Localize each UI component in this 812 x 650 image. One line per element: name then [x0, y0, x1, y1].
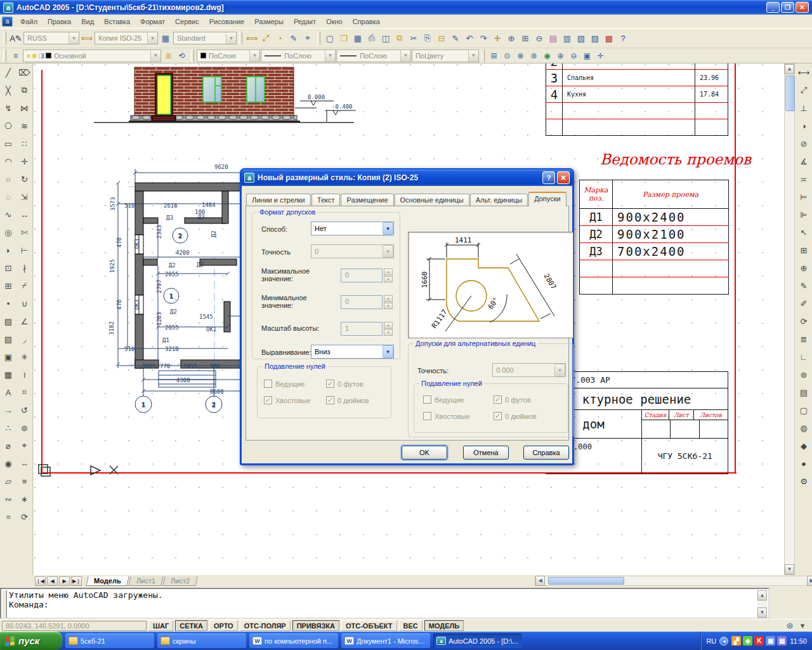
polyline-edit-icon[interactable]: ≀ — [17, 366, 32, 383]
render-icon[interactable]: ◆ — [796, 437, 811, 454]
make-block-icon[interactable]: ⊞ — [1, 277, 16, 295]
dim-continue-icon[interactable]: ⊫ — [796, 206, 811, 223]
feet-checkbox[interactable]: ✓0 футов — [326, 380, 363, 388]
ellipse-icon[interactable]: ◎ — [1, 223, 16, 241]
chevron-down-icon[interactable]: ▼ — [400, 50, 410, 62]
help-icon[interactable]: ? — [616, 31, 630, 45]
alt-precision-combo[interactable]: 0.000▼ — [492, 363, 566, 377]
zoom-previous-icon[interactable]: ⊖ — [532, 31, 546, 45]
scale-icon[interactable]: ⇲ — [17, 188, 32, 206]
ucs-icon[interactable]: ⌖ — [17, 437, 32, 454]
dim-radius-icon[interactable]: ◔ — [273, 31, 287, 45]
prev-tab-icon[interactable]: ◀ — [47, 576, 58, 586]
plot-style-combo[interactable]: ПоЦвету▼ — [412, 50, 479, 62]
quick-dimension-icon[interactable]: ✎ — [287, 31, 301, 45]
copy-icon[interactable]: ⎘ — [421, 31, 435, 45]
method-combo[interactable]: Нет▼ — [311, 222, 394, 235]
toggle-МОДЕЛЬ[interactable]: МОДЕЛЬ — [424, 620, 464, 631]
help-button[interactable]: Справка — [523, 446, 569, 460]
dim-radius-icon[interactable]: ◑ — [796, 117, 811, 135]
scrollbar-thumb[interactable] — [785, 76, 795, 111]
align-icon[interactable]: ⌗ — [17, 383, 32, 401]
restore-button[interactable]: ❐ — [781, 2, 794, 13]
ellipse-arc-icon[interactable]: ◗ — [1, 241, 16, 259]
undo-icon[interactable]: ↶ — [462, 31, 476, 45]
autocad-app-icon[interactable]: a — [3, 3, 13, 13]
alt-trailing-checkbox[interactable]: Хвостовые — [423, 412, 470, 420]
break-at-point-icon[interactable]: ∤ — [17, 259, 32, 277]
table-style-icon[interactable]: ▦ — [159, 31, 173, 45]
redo-icon[interactable]: ↷ — [476, 31, 490, 45]
toggle-СЕТКА[interactable]: СЕТКА — [175, 620, 207, 631]
markup-set-manager-icon[interactable]: ▩ — [602, 31, 616, 45]
circle-icon[interactable]: ○ — [1, 170, 16, 188]
redraw-icon[interactable]: ● — [796, 454, 811, 472]
language-indicator[interactable]: RU — [706, 637, 716, 645]
zoom-dynamic-icon[interactable]: ⊙ — [501, 50, 514, 62]
cancel-button[interactable]: Отмена — [463, 446, 509, 460]
scroll-right-icon[interactable]: ▶ — [807, 576, 812, 586]
ok-button[interactable]: OK — [402, 446, 447, 460]
vertical-scrollbar[interactable]: ▲ ▼ — [784, 63, 795, 575]
layer-properties-manager-icon[interactable]: ≣ — [162, 50, 175, 62]
menu-Рисование[interactable]: Рисование — [204, 16, 249, 27]
construction-line-icon[interactable]: ╳ — [1, 81, 16, 99]
line-icon[interactable]: ╱ — [1, 63, 16, 81]
quick-leader-icon[interactable]: ↖ — [796, 223, 811, 241]
tab-layout1[interactable]: Лист1 — [128, 576, 163, 586]
dim-style-combo[interactable]: Копия ISO-25▼ — [95, 32, 158, 44]
properties-icon[interactable]: ▤ — [546, 31, 560, 45]
paste-icon[interactable]: ⊟ — [435, 31, 449, 45]
options-icon[interactable]: ⚙ — [796, 472, 811, 490]
kaspersky-icon[interactable]: K — [754, 636, 764, 646]
toolbar-grip[interactable] — [317, 32, 320, 44]
erase-icon[interactable]: ⌦ — [17, 63, 32, 81]
design-center-icon[interactable]: ▥ — [560, 31, 574, 45]
multiline-text-icon[interactable]: A — [1, 383, 16, 401]
menu-Вид[interactable]: Вид — [76, 16, 99, 27]
quick-dimension-icon[interactable]: ≍ — [796, 170, 811, 188]
toggle-ШАГ[interactable]: ШАГ — [148, 620, 173, 631]
alignment-combo[interactable]: Вниз▼ — [311, 345, 394, 359]
join-icon[interactable]: ∪ — [17, 295, 32, 312]
layers-icon[interactable]: ≡ — [9, 50, 22, 62]
taskbar-task[interactable]: Wпо компьютерной п... — [249, 633, 338, 648]
toolbar-grip[interactable] — [3, 50, 6, 62]
new-file-icon[interactable]: ▢ — [323, 31, 337, 45]
divide-icon[interactable]: ∴ — [1, 419, 16, 437]
cut-icon[interactable]: ✂ — [407, 31, 421, 45]
menu-Размеры[interactable]: Размеры — [249, 16, 289, 27]
zoom-scale-icon[interactable]: ⊗ — [514, 50, 527, 62]
chevron-down-icon[interactable]: ▼ — [468, 50, 478, 62]
start-button[interactable]: пуск — [0, 632, 62, 650]
dim-linear-icon[interactable]: ⟺ — [245, 31, 259, 45]
chevron-down-icon[interactable]: ▼ — [226, 32, 236, 44]
chevron-down-icon[interactable]: ▼ — [383, 345, 393, 358]
toolbar-grip[interactable] — [239, 32, 242, 44]
stretch-icon[interactable]: ↔ — [17, 206, 32, 223]
precision-combo[interactable]: 0▼ — [311, 244, 394, 258]
menu-Справка[interactable]: Справка — [348, 16, 385, 27]
measure-icon[interactable]: ⌀ — [1, 437, 16, 454]
orbit-icon[interactable]: ◍ — [796, 419, 811, 437]
rotate-icon[interactable]: ↻ — [17, 170, 32, 188]
chevron-down-icon[interactable]: ▼ — [325, 50, 335, 62]
dialog-close-button[interactable]: ✕ — [557, 171, 570, 184]
taskbar-task[interactable]: aAutoCAD 2005 - [D:\... — [433, 633, 522, 648]
layer-previous-icon[interactable]: ⟲ — [175, 50, 188, 62]
break-icon[interactable]: ⌿ — [17, 277, 32, 295]
next-tab-icon[interactable]: ▶ — [59, 576, 70, 586]
text-style-combo[interactable]: RUSS▼ — [23, 32, 79, 44]
object-snap-icon[interactable]: ⊚ — [17, 419, 32, 437]
toggle-ВЕС[interactable]: ВЕС — [399, 620, 422, 631]
offset-icon[interactable]: ≋ — [17, 117, 32, 135]
zoom-window-icon[interactable]: ⊞ — [518, 31, 532, 45]
undo-mark-icon[interactable]: ↺ — [17, 401, 32, 419]
menu-Файл[interactable]: Файл — [15, 16, 43, 27]
menu-Правка[interactable]: Правка — [43, 16, 76, 27]
antivirus-icon[interactable]: ◆ — [743, 636, 752, 646]
plot-icon[interactable]: ⎙ — [365, 31, 379, 45]
tab-text[interactable]: Текст — [311, 194, 341, 206]
chevron-down-icon[interactable]: ▼ — [150, 50, 160, 62]
toolbar-grip[interactable] — [481, 50, 485, 62]
